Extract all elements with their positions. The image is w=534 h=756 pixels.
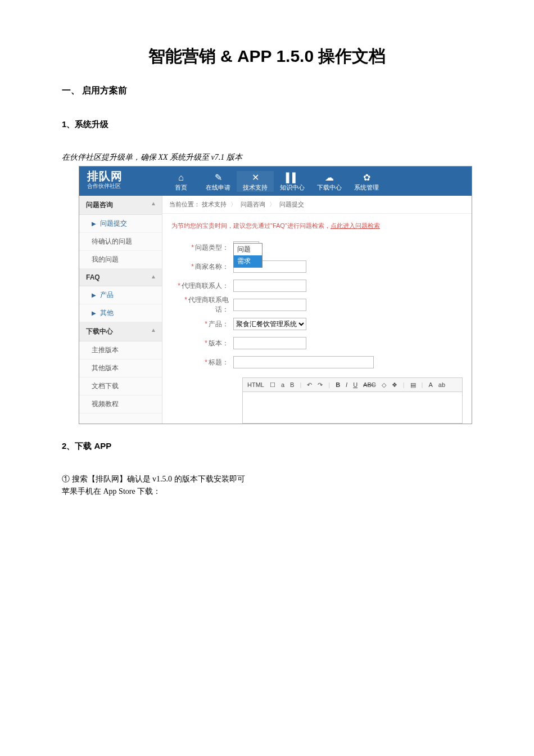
cloud-icon: ☁ [311,172,348,183]
rich-editor-area[interactable] [242,392,463,424]
editor-btn-bgcolor[interactable]: ab [437,381,446,388]
sidebar-item-pending[interactable]: 待确认的问题 [79,233,162,251]
nav-download[interactable]: ☁ 下载中心 [311,171,348,192]
faq-search-link[interactable]: 点此进入问题检索 [331,222,380,229]
editor-btn-a[interactable]: a [280,381,286,388]
nav-label: 在线申请 [206,184,230,191]
editor-btn-para[interactable]: ▤ [409,381,417,389]
editor-btn-strike[interactable]: ABC [362,381,377,388]
nav-system[interactable]: ✿ 系统管理 [348,171,385,192]
title-input[interactable] [233,356,374,368]
dropdown-option-highlighted[interactable]: 需求 [234,255,262,267]
product-select[interactable]: 聚食汇餐饮管理系统 [233,318,306,330]
sidebar: 问题咨询 ▲ ▶ 问题提交 待确认的问题 我的问题 FAQ ▲ ▶ 产品 ▶ 其… [79,196,162,424]
crumb-prefix: 当前位置： [169,201,200,208]
sep-icon: | [298,381,302,388]
chevron-up-icon: ▲ [151,273,156,280]
editor-btn-fontcolor[interactable]: A [427,381,433,388]
nav-label: 技术支持 [243,184,268,191]
crumb-submit: 问题提交 [279,201,304,208]
tip-text: 为节约您的宝贵时间，建议您先通过"FAQ"进行问题检索， [171,222,331,229]
side-group-label: FAQ [86,273,100,281]
side-group-download[interactable]: 下载中心 ▲ [79,322,162,341]
sidebar-item-mine[interactable]: 我的问题 [79,251,162,269]
sidebar-item-videos[interactable]: 视频教程 [79,395,162,413]
sidebar-item-recommended[interactable]: 主推版本 [79,341,162,359]
sidebar-item-other-version[interactable]: 其他版本 [79,359,162,377]
editor-btn-redo[interactable]: ↷ [316,381,324,389]
editor-btn-undo[interactable]: ↶ [306,381,313,389]
logo-block: 排队网 合作伙伴社区 [79,166,162,196]
section-1-2-heading: 2、下载 APP [62,441,472,452]
label-type: *问题类型： [171,243,233,253]
type-dropdown-open: 问题 需求 [233,243,263,268]
logo-text: 排队网 [87,170,162,182]
sidebar-item-label: 其他 [100,309,114,317]
caret-icon: ▶ [92,310,96,316]
sidebar-item-label: 产品 [100,291,114,299]
issue-form: *问题类型： 问题 问题 需求 *商家名称： *代理商联系人： [162,236,472,424]
top-nav: ⌂ 首页 ✎ 在线申请 ✕ 技术支持 ▌▌ 知识中心 ☁ 下载中心 ✿ 系统管理 [162,166,472,196]
crumb-sep-icon: 〉 [269,201,275,208]
label-agent: *代理商联系人： [171,281,233,291]
section-1-heading: 一、 启用方案前 [62,85,472,97]
editor-btn-html[interactable]: HTML [246,381,265,388]
sidebar-item-other[interactable]: ▶ 其他 [79,304,162,322]
agent-phone-input[interactable] [233,299,306,311]
nav-apply[interactable]: ✎ 在线申请 [200,171,237,192]
editor-btn-new[interactable]: ☐ [269,381,277,389]
sidebar-item-docs[interactable]: 文档下载 [79,377,162,395]
label-merchant: *商家名称： [171,262,233,272]
upgrade-note: 在伙伴社区提升级单，确保 XX 系统升级至 v7.1 版本 [62,152,472,163]
sidebar-item-label: 问题提交 [100,219,127,227]
version-input[interactable] [233,337,306,349]
home-icon: ⌂ [162,172,200,183]
breadcrumb: 当前位置： 技术支持 〉 问题咨询 〉 问题提交 [162,196,472,214]
doc-title: 智能营销 & APP 1.5.0 操作文档 [62,45,472,68]
nav-home[interactable]: ⌂ 首页 [162,171,200,192]
sep-icon: | [420,381,424,388]
sep-icon: | [327,381,331,388]
crumb-support[interactable]: 技术支持 [202,201,227,208]
community-screenshot: 排队网 合作伙伴社区 ⌂ 首页 ✎ 在线申请 ✕ 技术支持 ▌▌ 知识中心 ☁ … [79,166,472,424]
editor-btn-bold[interactable]: B [289,381,295,388]
download-step-1: ① 搜索【排队网】确认是 v1.5.0 的版本下载安装即可 [62,474,472,484]
side-group-label: 下载中心 [86,327,113,335]
label-product: *产品： [171,320,233,329]
label-title: *标题： [171,358,233,367]
chevron-up-icon: ▲ [151,327,156,333]
editor-btn-clean[interactable]: ◇ [381,381,387,389]
crumb-sep-icon: 〉 [230,201,237,208]
nav-label: 下载中心 [317,184,342,191]
editor-btn-format[interactable]: ❖ [391,381,399,389]
side-group-faq[interactable]: FAQ ▲ [79,269,162,286]
nav-knowledge[interactable]: ▌▌ 知识中心 [274,171,311,192]
sep-icon: | [402,381,406,388]
editor-btn-italic[interactable]: I [345,381,349,388]
nav-label: 知识中心 [280,184,305,191]
editor-btn-bold2[interactable]: B [334,381,341,388]
crumb-consult[interactable]: 问题咨询 [241,201,265,208]
tools-icon: ✕ [237,172,274,183]
sidebar-item-product[interactable]: ▶ 产品 [79,286,162,304]
gear-icon: ✿ [348,172,385,183]
sidebar-item-submit[interactable]: ▶ 问题提交 [79,215,162,233]
caret-icon: ▶ [92,220,96,227]
download-step-apple: 苹果手机在 App Store 下载： [62,487,472,497]
faq-tip: 为节约您的宝贵时间，建议您先通过"FAQ"进行问题检索，点此进入问题检索 [162,214,472,236]
dropdown-option[interactable]: 问题 [234,244,262,255]
nav-label: 系统管理 [354,184,379,191]
book-icon: ▌▌ [274,172,311,183]
editor-btn-underline[interactable]: U [352,381,359,388]
side-group-label: 问题咨询 [86,201,113,209]
rich-editor-toolbar: HTML ☐ a B | ↶ ↷ | B I U ABC ◇ ❖ | ▤ | [242,377,463,392]
caret-icon: ▶ [92,292,96,298]
agent-input[interactable] [233,280,306,292]
logo-subtext: 合作伙伴社区 [87,182,162,190]
side-group-consult[interactable]: 问题咨询 ▲ [79,196,162,215]
label-version: *版本： [171,339,233,348]
topbar: 排队网 合作伙伴社区 ⌂ 首页 ✎ 在线申请 ✕ 技术支持 ▌▌ 知识中心 ☁ … [79,166,472,196]
main-panel: 当前位置： 技术支持 〉 问题咨询 〉 问题提交 为节约您的宝贵时间，建议您先通… [162,196,472,424]
nav-support[interactable]: ✕ 技术支持 [237,171,274,192]
chevron-up-icon: ▲ [151,200,156,206]
